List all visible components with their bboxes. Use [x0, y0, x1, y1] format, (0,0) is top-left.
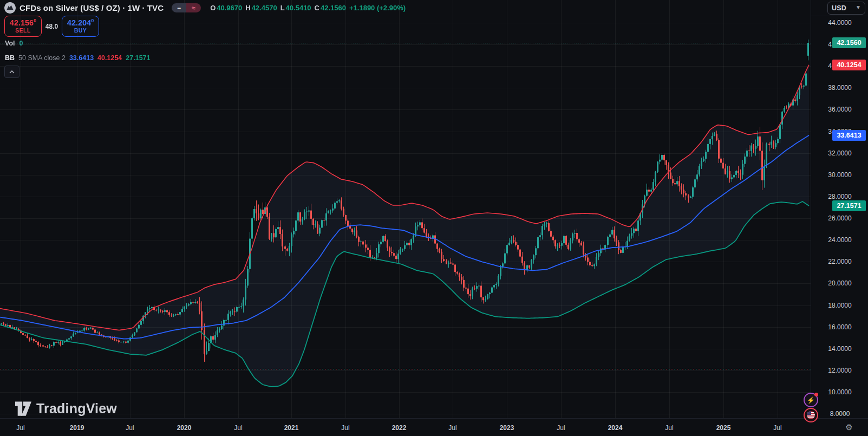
change-value: +1.1890 (+2.90%) — [349, 4, 406, 12]
tradingview-watermark: TradingView — [15, 401, 117, 417]
bb-basis-value: 33.6413 — [69, 54, 94, 62]
chart-canvas[interactable] — [0, 0, 811, 418]
price-tick-label: 18.0000 — [811, 302, 868, 309]
price-tick-label: 14.0000 — [811, 345, 868, 353]
time-tick-label: 2019 — [70, 424, 84, 432]
time-tick-label: 2024 — [608, 424, 623, 432]
bb-params: 50 SMA close 2 — [18, 54, 66, 62]
time-tick-label: Jul — [773, 424, 781, 432]
high-label: H — [245, 4, 250, 12]
bb-upper-value: 40.1254 — [97, 54, 122, 62]
currency-value: USD — [832, 4, 846, 12]
open-value: 40.9670 — [217, 4, 242, 12]
price-tick-label: 8.0000 — [811, 410, 868, 418]
volume-value: 0 — [19, 40, 23, 47]
price-tick-label: 36.0000 — [811, 106, 868, 113]
bb-lower-value: 27.1571 — [126, 54, 150, 62]
time-tick-label: Jul — [341, 424, 349, 432]
wave-pill-icon[interactable]: ≈ — [186, 3, 201, 12]
sell-button-label: SELL — [15, 28, 30, 34]
volume-legend-row[interactable]: Vol 0 — [5, 40, 23, 47]
time-tick-label: 2021 — [284, 424, 299, 432]
time-tick-label: Jul — [557, 424, 565, 432]
price-tick-label: 22.0000 — [811, 258, 868, 265]
sell-button[interactable]: 42.1560 SELL — [4, 16, 42, 37]
price-axis[interactable]: USD ▼ 44.000042.000040.000038.000036.000… — [811, 0, 868, 418]
price-tick-label: 10.0000 — [811, 388, 868, 396]
time-tick-label: Jul — [16, 424, 24, 432]
low-value: 40.5410 — [286, 4, 311, 12]
volume-label: Vol — [5, 40, 15, 47]
time-tick-label: Jul — [665, 424, 673, 432]
chart-header: CFDs on Silver (US$ / OZ) · 1W · TVC − ≈… — [4, 2, 406, 14]
price-tick-label: 16.0000 — [811, 323, 868, 331]
trade-panel: 42.1560 SELL 48.0 42.2040 BUY — [4, 16, 99, 37]
price-tick-label: 44.0000 — [811, 19, 868, 27]
time-tick-label: Jul — [234, 424, 242, 432]
price-tick-label: 30.0000 — [811, 171, 868, 179]
notification-dot — [814, 393, 818, 396]
buy-button[interactable]: 42.2040 BUY — [62, 16, 99, 37]
us-market-flag-button[interactable] — [804, 408, 818, 422]
price-badge-last-price: 42.1560 — [832, 37, 866, 48]
ohlc-readout: O 40.9670 H 42.4570 L 40.5410 C 42.1560 … — [210, 4, 406, 12]
tradingview-chart-app: CFDs on Silver (US$ / OZ) · 1W · TVC − ≈… — [0, 0, 868, 436]
bb-legend-row[interactable]: BB 50 SMA close 2 33.6413 40.1254 27.157… — [5, 54, 150, 62]
chevron-up-icon — [9, 70, 15, 74]
close-value: 42.1560 — [321, 4, 346, 12]
time-tick-label: 2025 — [716, 424, 731, 432]
us-flag-icon — [807, 411, 815, 419]
price-badge-bb-basis: 33.6413 — [832, 130, 866, 141]
close-label: C — [315, 4, 319, 12]
time-tick-label: 2020 — [177, 424, 192, 432]
price-badge-bb-lower: 27.1571 — [832, 200, 866, 211]
watermark-text: TradingView — [36, 401, 117, 417]
price-tick-label: 28.0000 — [811, 193, 868, 200]
currency-cell: USD ▼ — [811, 0, 868, 16]
buy-button-label: BUY — [74, 28, 87, 34]
spread-value: 48.0 — [42, 23, 62, 30]
symbol-title[interactable]: CFDs on Silver (US$ / OZ) · 1W · TVC — [19, 3, 164, 12]
time-tick-label: Jul — [126, 424, 134, 432]
open-label: O — [210, 4, 216, 12]
price-tick-label: 38.0000 — [811, 84, 868, 92]
high-value: 42.4570 — [252, 4, 277, 12]
time-tick-label: Jul — [448, 424, 456, 432]
time-tick-label: 2022 — [392, 424, 407, 432]
quick-trade-lightning-button[interactable]: ⚡ — [804, 393, 818, 407]
low-label: L — [280, 4, 285, 12]
price-tick-label: 26.0000 — [811, 214, 868, 222]
lightning-icon: ⚡ — [807, 396, 815, 404]
chevron-down-icon: ▼ — [856, 5, 861, 10]
collapse-legend-button[interactable] — [4, 66, 19, 78]
currency-selector[interactable]: USD ▼ — [827, 2, 865, 15]
price-badge-bb-upper: 40.1254 — [832, 60, 866, 70]
price-tick-label: 20.0000 — [811, 279, 868, 287]
bb-name: BB — [5, 54, 15, 62]
price-tick-label: 32.0000 — [811, 149, 868, 157]
axis-settings-gear-icon[interactable]: ⚙ — [843, 421, 856, 434]
symbol-logo-icon — [4, 2, 16, 14]
minimize-pill-icon[interactable]: − — [172, 3, 186, 12]
time-tick-label: 2023 — [500, 424, 514, 432]
price-tick-label: 12.0000 — [811, 367, 868, 374]
time-axis[interactable]: ⚙ Jul2019Jul2020Jul2021Jul2022Jul2023Jul… — [0, 418, 868, 436]
price-tick-label: 24.0000 — [811, 236, 868, 244]
header-pill-buttons[interactable]: − ≈ — [172, 3, 201, 12]
tradingview-logo-icon — [15, 401, 31, 416]
